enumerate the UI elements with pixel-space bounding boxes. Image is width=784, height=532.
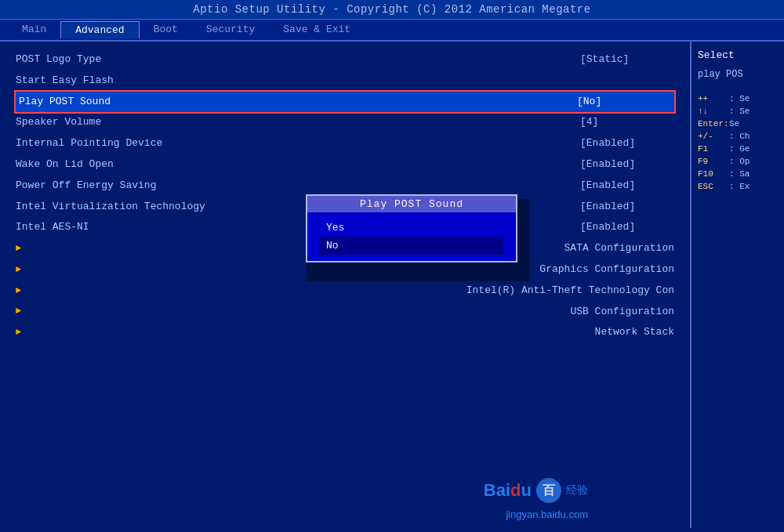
key-desc: : Ex: [729, 182, 750, 191]
key-hint-plusplus: ++ : Se: [698, 94, 778, 103]
help-text: play POS: [698, 67, 778, 81]
baidu-logo: Baidu: [484, 480, 532, 501]
key-desc: : Ge: [729, 144, 750, 154]
baidu-jingyan: 经验: [566, 483, 588, 498]
arrow-icon: ►: [16, 325, 21, 340]
baidu-url: jingyan.baidu.com: [506, 508, 588, 520]
key-hint-enter: Enter: Se: [698, 119, 778, 128]
menu-item-post-logo[interactable]: POST Logo Type [Static]: [16, 49, 674, 71]
key-desc: : Sa: [729, 169, 750, 179]
key-desc: : Op: [729, 157, 750, 166]
baidu-watermark: Baidu 百 经验: [484, 476, 588, 505]
key-desc: : Ch: [729, 132, 750, 141]
key-label: F10: [698, 169, 729, 179]
title-bar: Aptio Setup Utility - Copyright (C) 2012…: [0, 0, 784, 20]
menu-item-network[interactable]: ► Network Stack: [16, 322, 674, 343]
menu-item-play-post-sound[interactable]: Play POST Sound [No]: [16, 92, 674, 113]
key-hint-f10: F10 : Sa: [698, 169, 778, 179]
key-label: Enter:: [698, 119, 729, 128]
popup-body: Yes No: [307, 212, 516, 261]
popup-option-yes[interactable]: Yes: [320, 219, 503, 237]
baidu-icon: 百: [535, 476, 563, 505]
tab-bar: Main Advanced Boot Security Save & Exit: [0, 20, 784, 42]
menu-item-anti-theft[interactable]: ► Intel(R) Anti-Theft Technology Con: [16, 280, 674, 302]
key-label: +/-: [698, 132, 729, 141]
popup-title: Play POST Sound: [307, 196, 516, 212]
menu-item-speaker-volume[interactable]: Speaker Volume [4]: [16, 112, 674, 133]
svg-text:百: 百: [543, 484, 556, 498]
tab-main[interactable]: Main: [8, 21, 60, 38]
left-panel: POST Logo Type [Static] Start Easy Flash…: [0, 42, 690, 528]
title-text: Aptio Setup Utility - Copyright (C) 2012…: [193, 3, 590, 16]
tab-save-exit[interactable]: Save & Exit: [269, 21, 365, 38]
key-desc: Se: [729, 119, 739, 128]
menu-item-pointing-device[interactable]: Internal Pointing Device [Enabled]: [16, 133, 674, 154]
arrow-icon: ►: [16, 304, 21, 319]
key-hint-f9: F9 : Op: [698, 157, 778, 166]
arrow-icon: ►: [16, 262, 21, 277]
tab-advanced[interactable]: Advanced: [60, 21, 139, 38]
menu-item-power-off[interactable]: Power Off Energy Saving [Enabled]: [16, 176, 674, 197]
tab-boot[interactable]: Boot: [140, 21, 192, 38]
tab-security[interactable]: Security: [192, 21, 269, 38]
key-label: F1: [698, 144, 729, 154]
key-hint-esc: ESC : Ex: [698, 182, 778, 191]
key-hint-updown: ↑↓ : Se: [698, 107, 778, 116]
key-label: ↑↓: [698, 107, 729, 116]
key-label: ++: [698, 94, 729, 103]
main-layout: POST Logo Type [Static] Start Easy Flash…: [0, 42, 784, 528]
arrow-icon: ►: [16, 241, 21, 256]
help-title: Select: [698, 49, 778, 61]
popup-option-no[interactable]: No: [320, 237, 503, 255]
right-panel: Select play POS ++ : Se ↑↓ : Se Enter: S…: [690, 42, 784, 528]
key-desc: : Se: [729, 107, 750, 116]
key-hint-plusminus: +/- : Ch: [698, 132, 778, 141]
key-hint-f1: F1 : Ge: [698, 144, 778, 154]
key-desc: : Se: [729, 94, 750, 103]
arrow-icon: ►: [16, 284, 21, 299]
menu-item-wake-lid[interactable]: Wake On Lid Open [Enabled]: [16, 154, 674, 176]
popup-dialog: Play POST Sound Yes No: [306, 194, 517, 262]
key-label: ESC: [698, 182, 729, 191]
menu-item-usb[interactable]: ► USB Configuration: [16, 302, 674, 323]
baidu-logo-red: d: [510, 480, 521, 500]
menu-item-easy-flash[interactable]: Start Easy Flash: [16, 71, 674, 92]
key-label: F9: [698, 157, 729, 166]
